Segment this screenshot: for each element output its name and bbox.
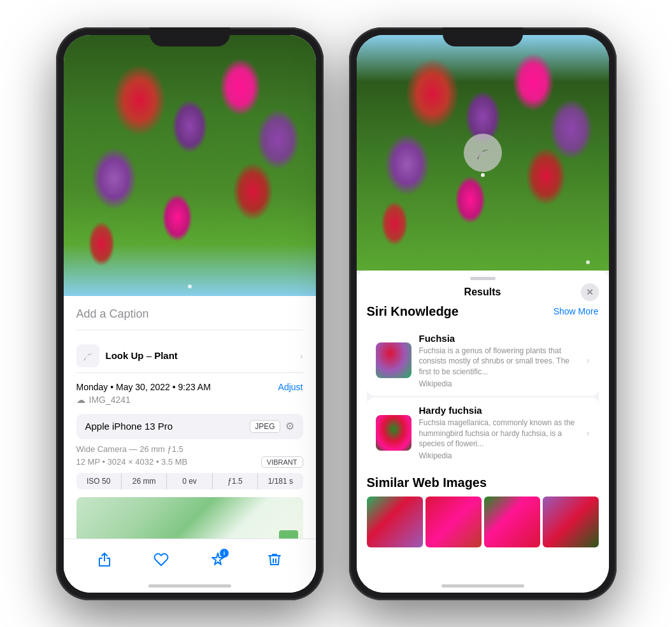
right-phone: Results ✕ Siri Knowledge Show More Fuchs…	[349, 27, 617, 600]
fuchsia-desc: Fuchsia is a genus of flowering plants t…	[419, 346, 579, 377]
filename-row: ☁ IMG_4241	[76, 395, 303, 405]
right-notch	[443, 27, 523, 46]
settings-icon[interactable]: ⚙	[285, 420, 294, 432]
fuchsia-chevron-icon: ›	[587, 355, 590, 365]
hardy-fuchsia-desc: Fuchsia magellanica, commonly known as t…	[419, 418, 579, 449]
format-badges: JPEG ⚙	[250, 420, 294, 433]
exif-ev: 0 ev	[167, 473, 212, 490]
fuchsia-source: Wikipedia	[419, 379, 579, 388]
info-button[interactable]: i	[207, 549, 229, 570]
photo-dot-indicator	[188, 285, 192, 288]
fuchsia-name: Fuchsia	[419, 333, 579, 344]
exif-shutter: 1/181 s	[258, 473, 303, 490]
results-header: Results ✕	[357, 280, 609, 304]
home-indicator	[148, 584, 231, 588]
lookup-row[interactable]: Look Up – Plant ›	[76, 339, 303, 373]
similar-image-2[interactable]	[425, 497, 482, 547]
leaf-vlu-icon	[474, 144, 492, 162]
leaf-svg	[82, 349, 94, 362]
fuchsia-text: Fuchsia Fuchsia is a genus of flowering …	[419, 333, 579, 388]
cloud-icon: ☁	[76, 395, 85, 405]
exif-row: ISO 50 26 mm 0 ev ƒ1.5 1/181 s	[76, 473, 303, 490]
delete-button[interactable]	[264, 549, 285, 570]
filename-text: IMG_4241	[89, 395, 131, 405]
fuchsia-item[interactable]: Fuchsia Fuchsia is a genus of flowering …	[367, 325, 599, 396]
heart-icon	[154, 552, 169, 567]
exif-iso: ISO 50	[76, 473, 122, 490]
favorite-button[interactable]	[150, 549, 172, 570]
similar-image-3[interactable]	[484, 497, 540, 547]
lookup-text: Look Up – Plant	[106, 350, 178, 361]
show-more-button[interactable]: Show More	[554, 306, 599, 316]
siri-knowledge-header: Siri Knowledge Show More	[367, 304, 599, 319]
siri-knowledge-title: Siri Knowledge	[367, 304, 459, 319]
results-content: Siri Knowledge Show More Fuchsia Fuchsia…	[357, 304, 609, 593]
resolution-text: 12 MP • 3024 × 4032 • 3.5 MB	[76, 457, 188, 467]
right-home-indicator	[441, 584, 524, 588]
hardy-fuchsia-name: Hardy fuchsia	[419, 405, 579, 416]
right-dot-indicator	[586, 260, 590, 264]
resolution-row: 12 MP • 3024 × 4032 • 3.5 MB VIBRANT	[76, 456, 303, 468]
flower-photo[interactable]	[64, 35, 316, 296]
exif-aperture: ƒ1.5	[213, 473, 258, 490]
results-panel: Results ✕ Siri Knowledge Show More Fuchs…	[357, 271, 609, 593]
visual-lookup-button[interactable]	[464, 134, 502, 172]
left-screen: Add a Caption Look Up – Plant › Monday •…	[64, 35, 316, 593]
vibrant-badge: VIBRANT	[261, 456, 303, 468]
adjust-button[interactable]: Adjust	[278, 382, 303, 392]
camera-specs: Wide Camera — 26 mm ƒ1.5	[76, 444, 303, 454]
leaf-icon	[76, 344, 99, 367]
hardy-fuchsia-text: Hardy fuchsia Fuchsia magellanica, commo…	[419, 405, 579, 460]
lookup-chevron-icon: ›	[300, 351, 303, 361]
hardy-fuchsia-thumbnail	[376, 415, 411, 451]
left-phone: Add a Caption Look Up – Plant › Monday •…	[56, 27, 324, 600]
results-title: Results	[464, 286, 501, 298]
hardy-fuchsia-item[interactable]: Hardy fuchsia Fuchsia magellanica, commo…	[367, 397, 599, 468]
share-icon	[97, 552, 112, 567]
date-row: Monday • May 30, 2022 • 9:23 AM Adjust	[76, 382, 303, 392]
trash-icon	[267, 552, 282, 567]
right-flower-photo[interactable]	[357, 35, 609, 271]
date-text: Monday • May 30, 2022 • 9:23 AM	[76, 382, 211, 392]
format-badge: JPEG	[250, 420, 280, 433]
close-button[interactable]: ✕	[581, 283, 599, 301]
similar-images-grid	[367, 497, 599, 547]
share-button[interactable]	[94, 549, 115, 570]
hardy-fuchsia-source: Wikipedia	[419, 451, 579, 460]
right-screen: Results ✕ Siri Knowledge Show More Fuchs…	[357, 35, 609, 593]
info-badge: i	[220, 549, 229, 558]
similar-image-4[interactable]	[543, 497, 599, 547]
knowledge-card: Fuchsia Fuchsia is a genus of flowering …	[367, 325, 599, 468]
device-row: Apple iPhone 13 Pro JPEG ⚙	[76, 414, 303, 439]
caption-input[interactable]: Add a Caption	[76, 305, 303, 330]
device-name: Apple iPhone 13 Pro	[85, 421, 173, 432]
similar-images-section: Similar Web Images	[367, 476, 599, 547]
hardy-chevron-icon: ›	[587, 428, 590, 438]
fuchsia-thumbnail	[376, 342, 411, 378]
notch	[150, 27, 230, 46]
similar-image-1[interactable]	[367, 497, 423, 547]
vlu-dot	[481, 173, 485, 177]
flower-photo-content	[64, 35, 316, 296]
similar-images-title: Similar Web Images	[367, 476, 599, 490]
exif-focal: 26 mm	[122, 473, 167, 490]
